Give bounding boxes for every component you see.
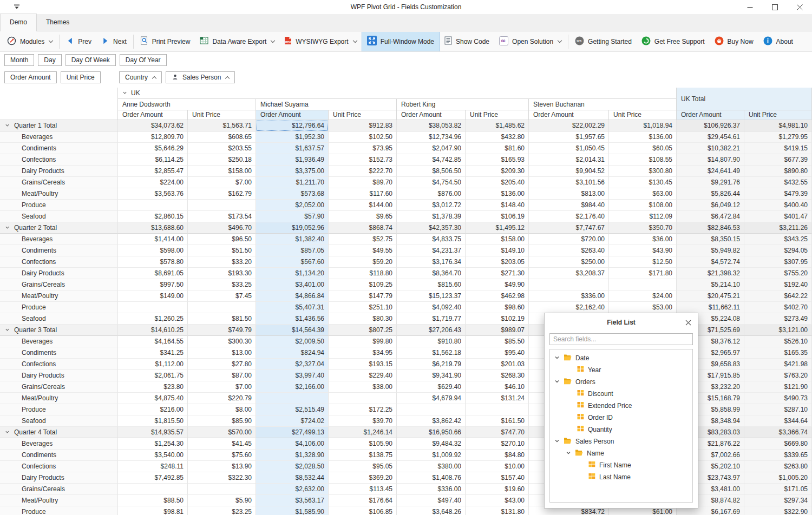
field-list-item[interactable]: Order ID [550,412,692,424]
pivot-cell[interactable]: $19,052.96 [256,222,329,234]
chevron-down-icon[interactable] [566,450,571,457]
data-field-order-amount[interactable]: Order Amount [4,71,57,83]
pivot-cell[interactable]: $3,997.40 [256,370,329,381]
pivot-cell[interactable]: $148.40 [466,200,529,211]
pivot-cell[interactable]: $12,734.96 [397,131,466,143]
get-free-support-button[interactable]: Get Free Support [637,32,710,51]
pivot-cell[interactable]: $432.55 [744,177,812,188]
pivot-cell[interactable]: $3,176.34 [397,256,466,268]
pivot-cell[interactable]: $4,231.37 [397,245,466,256]
pivot-cell[interactable]: $147.79 [329,290,397,302]
pivot-cell[interactable]: $165.35 [744,347,812,359]
pivot-cell[interactable]: $8,691.05 [118,268,188,279]
pivot-cell[interactable]: $1,382.40 [256,234,329,245]
pivot-cell[interactable]: $49.90 [466,279,529,290]
pivot-cell[interactable]: $6,114.25 [118,154,188,166]
filter-field-day-of-week[interactable]: Day Of Week [66,54,116,66]
close-icon[interactable] [684,318,692,327]
pivot-row-label[interactable]: Meat/Poultry [0,393,118,404]
pivot-cell[interactable]: $497.40 [397,495,466,506]
pivot-cell[interactable]: $149.00 [118,290,188,302]
pivot-cell[interactable]: $4,742.85 [397,154,466,166]
pivot-cell[interactable]: $910.80 [397,336,466,347]
pivot-row-label[interactable]: Seafood [0,415,118,427]
pivot-cell[interactable]: $96.50 [188,234,256,245]
pivot-cell[interactable]: $209.30 [466,166,529,177]
pivot-cell[interactable]: $3,648.26 [397,506,466,515]
pivot-cell[interactable]: $88.50 [118,495,188,506]
pivot-cell[interactable]: $989.07 [466,325,529,336]
pivot-cell[interactable]: $11,662.11 [677,302,744,313]
pivot-cell[interactable]: $2,632.00 [256,484,329,495]
pivot-cell[interactable]: $4,866.84 [256,290,329,302]
pivot-cell[interactable]: $162.79 [188,188,256,200]
measure-header-unit-price[interactable]: Unit Price [466,110,529,120]
pivot-cell[interactable]: $39.70 [329,415,397,427]
pivot-cell[interactable]: $1,378.39 [397,211,466,222]
pivot-cell[interactable]: $1,246.14 [329,427,397,438]
pivot-cell[interactable]: $87.00 [188,370,256,381]
pivot-cell[interactable] [118,200,188,211]
pivot-cell[interactable]: $1,637.57 [256,143,329,154]
pivot-cell[interactable]: $109.25 [329,279,397,290]
pivot-row-label[interactable]: Confections [0,256,118,268]
close-button[interactable] [787,0,812,14]
pivot-cell[interactable]: $75.60 [188,450,256,461]
full-window-mode-button[interactable]: Full-Window Mode [362,32,440,51]
pivot-cell[interactable]: $4,981.10 [744,120,812,131]
pivot-cell[interactable]: $3,208.37 [529,268,609,279]
pivot-cell[interactable]: $106.19 [466,211,529,222]
pivot-cell[interactable]: $8,350.15 [677,234,744,245]
pivot-cell[interactable]: $205.40 [466,177,529,188]
measure-header-unit-price[interactable]: Unit Price [744,110,812,120]
data-aware-export-button[interactable]: Data Aware Export [195,32,279,51]
measure-header-order-amount[interactable]: Order Amount [118,110,188,120]
pivot-cell[interactable]: $496.70 [188,222,256,234]
pivot-cell[interactable]: $5,214.10 [677,279,744,290]
pivot-cell[interactable]: $9,484.32 [397,438,466,450]
pivot-cell[interactable]: $2,061.75 [118,370,188,381]
field-list-item[interactable]: Orders [550,376,692,388]
pivot-cell[interactable]: $419.15 [744,143,812,154]
pivot-cell[interactable]: $22,002.29 [529,120,609,131]
pivot-cell[interactable]: $1,585.90 [256,506,329,515]
pivot-cell[interactable]: $138.75 [329,450,397,461]
pivot-cell[interactable]: $343.25 [744,234,812,245]
pivot-cell[interactable]: $9,341.90 [397,370,466,381]
pivot-cell[interactable]: $1,254.30 [118,438,188,450]
open-solution-button[interactable]: ∞ Open Solution [494,32,566,51]
measure-header-unit-price[interactable]: Unit Price [329,110,397,120]
pivot-cell[interactable]: $1,495.12 [466,222,529,234]
pivot-cell[interactable]: $24.00 [609,290,677,302]
filter-field-day-of-year[interactable]: Day Of Year [120,54,167,66]
measure-header-order-amount[interactable]: Order Amount [529,110,609,120]
pivot-cell[interactable]: $3,101.56 [529,177,609,188]
pivot-cell[interactable]: $380.00 [397,461,466,472]
pivot-row-label[interactable]: Produce [0,506,118,515]
pivot-cell[interactable]: $81.50 [188,313,256,325]
pivot-cell[interactable] [188,302,256,313]
measure-header-unit-price[interactable]: Unit Price [188,110,256,120]
pivot-cell[interactable]: $43.90 [609,245,677,256]
pivot-cell[interactable]: $144.00 [329,200,397,211]
pivot-cell[interactable]: $12,809.70 [118,131,188,143]
chevron-down-icon[interactable] [554,378,560,386]
pivot-cell[interactable]: $98.81 [118,506,188,515]
pivot-cell[interactable]: $4,164.55 [118,336,188,347]
pivot-cell[interactable]: $7.00 [188,177,256,188]
pivot-cell[interactable]: $63.00 [609,188,677,200]
pivot-cell[interactable]: $1,050.45 [529,143,609,154]
pivot-cell[interactable]: $749.79 [188,325,256,336]
pivot-cell[interactable]: $248.11 [118,461,188,472]
collapse-icon[interactable] [5,120,10,131]
pivot-cell[interactable]: $2,009.50 [256,336,329,347]
pivot-cell[interactable]: $36.00 [609,234,677,245]
pivot-cell[interactable]: $10.00 [466,461,529,472]
pivot-cell[interactable]: $1,815.50 [118,415,188,427]
pivot-cell[interactable]: $1,328.90 [256,450,329,461]
pivot-cell[interactable]: $3,401.00 [256,279,329,290]
pivot-cell[interactable]: $2,052.00 [256,200,329,211]
pivot-cell[interactable]: $1,009.92 [397,450,466,461]
pivot-cell[interactable]: $1,562.18 [397,347,466,359]
field-list-item[interactable]: Quantity [550,424,692,435]
